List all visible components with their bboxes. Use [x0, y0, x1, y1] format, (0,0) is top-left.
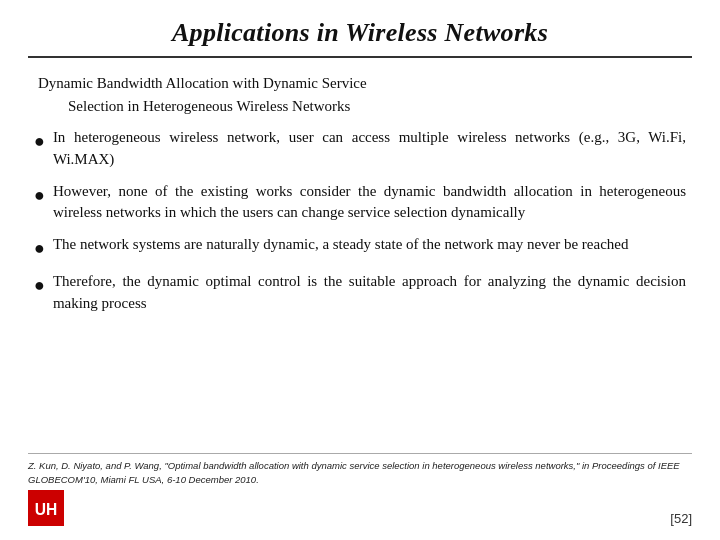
bullet-item: ● In heterogeneous wireless network, use…	[34, 127, 686, 171]
bullet-text-1: In heterogeneous wireless network, user …	[53, 127, 686, 171]
bullet-icon-4: ●	[34, 272, 45, 298]
footer-bottom: UH [52]	[28, 490, 692, 526]
bullet-text-2: However, none of the existing works cons…	[53, 181, 686, 225]
uh-logo: UH	[28, 490, 64, 526]
bullet-item: ● Therefore, the dynamic optimal control…	[34, 271, 686, 315]
bullet-item: ● The network systems are naturally dyna…	[34, 234, 686, 261]
subtitle-text: Dynamic Bandwidth Allocation with Dynami…	[38, 72, 682, 117]
bullet-text-3: The network systems are naturally dynami…	[53, 234, 629, 256]
slide-title: Applications in Wireless Networks	[28, 18, 692, 48]
bullet-icon-1: ●	[34, 128, 45, 154]
bullet-list: ● In heterogeneous wireless network, use…	[28, 127, 692, 447]
subtitle-line1: Dynamic Bandwidth Allocation with Dynami…	[38, 75, 367, 91]
citation-text: Z. Kun, D. Niyato, and P. Wang, "Optimal…	[28, 459, 692, 486]
bullet-text-4: Therefore, the dynamic optimal control i…	[53, 271, 686, 315]
title-area: Applications in Wireless Networks	[28, 18, 692, 58]
subtitle-block: Dynamic Bandwidth Allocation with Dynami…	[28, 72, 692, 117]
bullet-icon-3: ●	[34, 235, 45, 261]
bullet-item: ● However, none of the existing works co…	[34, 181, 686, 225]
footer-area: Z. Kun, D. Niyato, and P. Wang, "Optimal…	[28, 453, 692, 526]
slide: Applications in Wireless Networks Dynami…	[0, 0, 720, 540]
bullet-icon-2: ●	[34, 182, 45, 208]
svg-text:UH: UH	[35, 501, 58, 518]
page-number: [52]	[670, 511, 692, 526]
subtitle-line2: Selection in Heterogeneous Wireless Netw…	[38, 98, 350, 114]
